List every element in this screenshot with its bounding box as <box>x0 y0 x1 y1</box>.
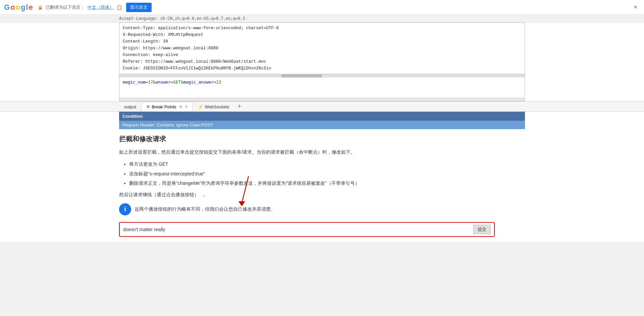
red-arrow-svg <box>235 176 262 206</box>
translate-label: 已翻译为以下语言： <box>46 4 85 10</box>
magic-num-box: magic_num=17&answer=GET&magic_answer=23 <box>119 77 525 98</box>
section-continue: 然后让请求继续（通过点击播放按钮） 。 <box>119 192 525 198</box>
tab-breakpoints-setting: ⚙ <box>179 105 182 109</box>
header-content-length: Content-Length: 39 <box>123 38 521 45</box>
svg-marker-1 <box>238 201 245 206</box>
header-x-requested: X-Requested-With: XMLHttpRequest <box>123 32 521 38</box>
info-box: i 这两个播放按钮的行为略有不同，但我们会让您自己修改并弄清楚。 <box>119 203 525 215</box>
clipboard-icon: 📋 <box>116 5 122 10</box>
accept-lang-hint: Accept-Language: zh-CN,zh;q=0.9,en-US;q=… <box>119 16 245 21</box>
instruction-section: 拦截和修改请求 如上所述设置拦截，然后通过单击提交按钮提交下面的表单/请求。当你… <box>0 129 644 242</box>
magic-num-val3: 23 <box>216 80 221 85</box>
tabs-row: output ✕ Break Points ⚙ ✕ ⚡ WebSockets + <box>0 101 644 112</box>
continue-text: 然后让请求继续（通过点击播放按钮） <box>119 192 199 197</box>
header-referer: Referer: https://www.webgoat.local:8080/… <box>123 58 521 65</box>
tab-output-label: output <box>124 104 136 109</box>
bullet-item-3: 删除请求正文，而是将"changeMe"作为查询字符串参数发送，并将值设置为"请… <box>129 179 525 187</box>
show-original-button[interactable]: 显示原文 <box>126 3 152 12</box>
info-icon: i <box>119 203 131 215</box>
translate-close-button[interactable]: × <box>631 2 640 12</box>
input-form: 提交 <box>119 222 495 237</box>
magic-num-val2: GET <box>173 80 181 85</box>
tab-websockets-label: WebSockets <box>205 104 229 109</box>
request-headers-panel: Content-Type: application/x-www-form-url… <box>119 22 525 101</box>
instruction-bullets: 将方法更改为 GET 添加标题"x-request-intercepted:tr… <box>129 160 525 187</box>
section-title: 拦截和修改请求 <box>119 135 525 144</box>
bottom-scrollbar[interactable] <box>119 98 525 101</box>
url-hint: Accept-Language: zh-CN,zh;q=0.9,en-US;q=… <box>0 15 644 22</box>
magic-num-key3: magic_answer <box>183 80 214 85</box>
headers-content: Content-Type: application/x-www-form-url… <box>119 23 525 74</box>
header-origin: Origin: https://www.webgoat.local:8080 <box>123 45 521 52</box>
matter-input[interactable] <box>123 227 470 232</box>
translate-bar: Google 🔒 已翻译为以下语言： 中文（简体） 📋 显示原文 × <box>0 0 644 15</box>
tab-breakpoints-close[interactable]: ✕ <box>185 105 188 109</box>
language-link[interactable]: 中文（简体） <box>88 4 114 10</box>
svg-line-0 <box>242 176 249 203</box>
add-tab-button[interactable]: + <box>235 102 244 111</box>
h-scrollbar[interactable] <box>119 74 525 77</box>
tab-breakpoints[interactable]: ✕ Break Points ⚙ ✕ <box>141 102 193 111</box>
tab-breakpoints-label: Break Points <box>152 104 176 109</box>
tab-websockets[interactable]: ⚡ WebSockets <box>193 102 234 111</box>
main-content: Accept-Language: zh-CN,zh;q=0.9,en-US;q=… <box>0 15 644 242</box>
google-logo: Google <box>4 3 33 12</box>
breakpoints-table: Condition Request Header: Contains: Igno… <box>119 112 525 129</box>
tab-output[interactable]: output <box>119 102 141 111</box>
breakpoints-x-icon: ✕ <box>146 104 150 109</box>
breakpoints-row: Request Header: Contains: Ignore Case:PO… <box>119 121 525 129</box>
breakpoints-section: Condition Request Header: Contains: Igno… <box>0 112 644 129</box>
websockets-icon: ⚡ <box>198 104 203 109</box>
bullet-item-2: 添加标题"x-request-intercepted:true" <box>129 170 525 177</box>
header-connection: Connection: keep-alive <box>123 52 521 58</box>
bullet-item-1: 将方法更改为 GET <box>129 160 525 168</box>
magic-num-key1: magic_num <box>123 80 146 85</box>
breakpoints-condition-header: Condition <box>119 112 525 121</box>
header-cookie: Cookie: JSESSIONID=FFFzoV1JI1wQ12KEkP9u0… <box>123 65 521 72</box>
section-intro: 如上所述设置拦截，然后通过单击提交按钮提交下面的表单/请求。当你的请求被拦截（命… <box>119 148 525 156</box>
header-content-type: Content-Type: application/x-www-form-url… <box>123 25 521 32</box>
magic-num-key2: answer <box>156 80 171 85</box>
lock-icon: 🔒 <box>38 5 43 10</box>
magic-num-val1: 17 <box>148 80 153 85</box>
period-text: 。 <box>203 192 208 197</box>
submit-button[interactable]: 提交 <box>473 225 491 234</box>
breakpoints-row-value: Request Header: Contains: Ignore Case:PO… <box>119 121 525 129</box>
